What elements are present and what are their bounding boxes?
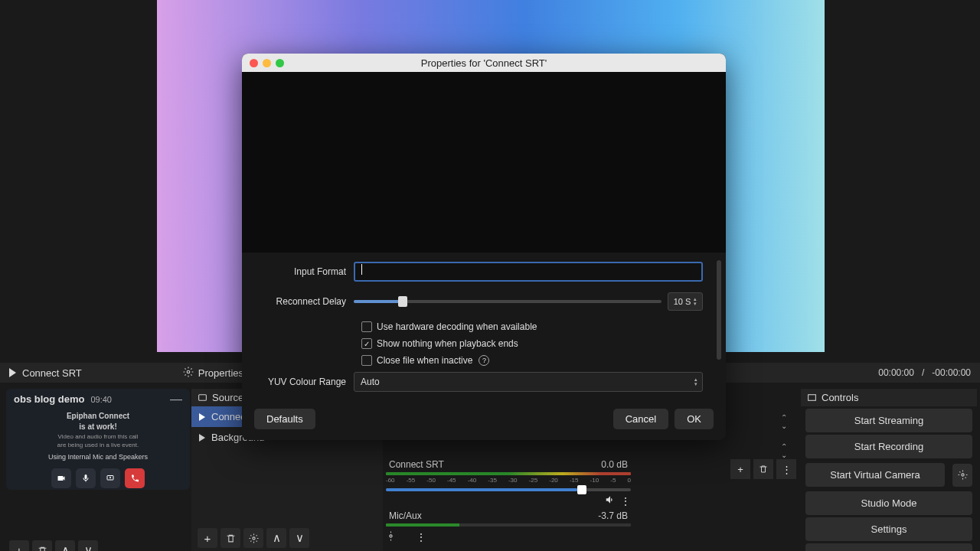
- chevron-up-icon[interactable]: ⌃⌄: [781, 413, 787, 430]
- titlebar[interactable]: Properties for 'Connect SRT': [242, 54, 726, 72]
- source-down-button[interactable]: ∨: [289, 528, 309, 548]
- hw-decoding-label: Use hardware decoding when available: [377, 321, 537, 332]
- add-button[interactable]: +: [730, 459, 750, 479]
- minimize-button[interactable]: —: [170, 396, 182, 403]
- source-preview: [242, 72, 726, 253]
- start-virtual-camera-button[interactable]: Start Virtual Camera: [805, 463, 945, 487]
- svg-point-5: [252, 536, 254, 539]
- hangup-button[interactable]: [125, 468, 145, 488]
- controls-icon: [807, 393, 817, 403]
- meter-bar: [386, 472, 631, 475]
- show-nothing-label: Show nothing when playback ends: [377, 338, 518, 349]
- call-window: obs blog demo 09:40 — Epiphan Connect is…: [6, 389, 190, 490]
- kebab-icon[interactable]: ⋮: [416, 531, 426, 543]
- start-streaming-button[interactable]: Start Streaming: [805, 409, 972, 432]
- reconnect-delay-slider[interactable]: [354, 300, 662, 303]
- controls-header: Controls: [822, 392, 858, 403]
- defaults-button[interactable]: Defaults: [254, 409, 315, 429]
- delete-scene-button[interactable]: [32, 540, 52, 551]
- scene-down-button[interactable]: ∨: [78, 540, 98, 551]
- mixer-ch-db: -3.7 dB: [598, 510, 628, 521]
- properties-button[interactable]: Properties: [198, 367, 243, 379]
- camera-button[interactable]: [51, 468, 71, 488]
- scrollbar[interactable]: [717, 260, 721, 360]
- close-inactive-checkbox[interactable]: [361, 355, 372, 366]
- time-current: 00:00:00: [878, 367, 914, 378]
- settings-button[interactable]: Settings: [805, 517, 972, 541]
- add-scene-button[interactable]: +: [9, 540, 29, 551]
- call-title: obs blog demo: [14, 393, 84, 405]
- svg-point-0: [187, 370, 190, 373]
- speaker-icon[interactable]: [605, 494, 616, 507]
- help-icon[interactable]: ?: [479, 355, 489, 366]
- mixer-ch-name: Mic/Aux: [389, 510, 422, 521]
- source-settings-button[interactable]: [243, 528, 263, 548]
- meter-ticks: -60-55-50-45-40-35-30-25-20-15-10-50: [386, 477, 631, 484]
- properties-dialog: Properties for 'Connect SRT' Input Forma…: [242, 54, 726, 440]
- scene-up-button[interactable]: ∧: [55, 540, 75, 551]
- call-line4: are being used in a live event.: [14, 441, 182, 449]
- delete-source-button[interactable]: [220, 528, 240, 548]
- input-format-label: Input Format: [265, 266, 354, 277]
- svg-point-6: [390, 535, 392, 537]
- gear-icon: [183, 367, 194, 380]
- call-line5: Using Internal Mic and Speakers: [14, 452, 182, 462]
- sources-icon: [198, 393, 207, 403]
- close-inactive-label: Close file when inactive: [377, 355, 472, 366]
- show-nothing-checkbox[interactable]: [361, 338, 372, 349]
- hw-decoding-checkbox[interactable]: [361, 321, 372, 332]
- meter-bar: [386, 523, 631, 527]
- slider-thumb[interactable]: [398, 296, 407, 307]
- mixer-ch-db: 0.0 dB: [601, 459, 628, 470]
- kebab-icon[interactable]: ⋮: [620, 495, 631, 507]
- gear-icon[interactable]: [386, 531, 396, 543]
- toolbar-source-name: Connect SRT: [22, 367, 82, 379]
- play-icon: [199, 434, 205, 442]
- time-remaining: -00:00:00: [932, 367, 971, 378]
- kebab-button[interactable]: ⋮: [776, 459, 796, 479]
- play-icon: [199, 413, 205, 421]
- studio-mode-button[interactable]: Studio Mode: [805, 491, 972, 515]
- call-time: 09:40: [90, 395, 112, 404]
- cancel-button[interactable]: Cancel: [613, 409, 668, 429]
- scene-transition-controls: + ⋮: [723, 459, 796, 479]
- exit-button[interactable]: Exit: [805, 543, 972, 551]
- mixer-ch-name: Connect SRT: [389, 459, 444, 470]
- chevron-up-icon[interactable]: ⌃⌄: [781, 442, 787, 459]
- reconnect-delay-label: Reconnect Delay: [265, 296, 354, 307]
- call-line2: is at work!: [79, 422, 116, 431]
- call-line1: Epiphan Connect: [67, 412, 129, 420]
- input-format-field[interactable]: [354, 262, 703, 282]
- svg-rect-7: [808, 395, 816, 401]
- audio-mixer: Connect SRT 0.0 dB -60-55-50-45-40-35-30…: [386, 459, 631, 551]
- yuv-range-select[interactable]: Auto ▴▾: [354, 372, 703, 392]
- call-line3: Video and audio from this call: [14, 432, 182, 441]
- dialog-title: Properties for 'Connect SRT': [242, 57, 726, 69]
- svg-rect-4: [199, 395, 207, 401]
- controls-dock: Controls Start Streaming Start Recording…: [801, 389, 977, 551]
- mic-button[interactable]: [76, 468, 96, 488]
- time-sep: /: [922, 367, 924, 378]
- source-up-button[interactable]: ∧: [266, 528, 286, 548]
- share-button[interactable]: [100, 468, 120, 488]
- reconnect-delay-spinbox[interactable]: 10 S ▴▾: [668, 292, 703, 311]
- volume-slider[interactable]: [386, 488, 631, 491]
- play-icon[interactable]: [9, 368, 16, 377]
- ok-button[interactable]: OK: [675, 409, 714, 429]
- add-source-button[interactable]: +: [198, 528, 217, 548]
- yuv-range-label: YUV Colour Range: [265, 377, 354, 387]
- start-recording-button[interactable]: Start Recording: [805, 435, 972, 458]
- trash-button[interactable]: [753, 459, 773, 479]
- virtual-camera-settings-button[interactable]: [952, 464, 972, 487]
- svg-point-8: [961, 474, 963, 476]
